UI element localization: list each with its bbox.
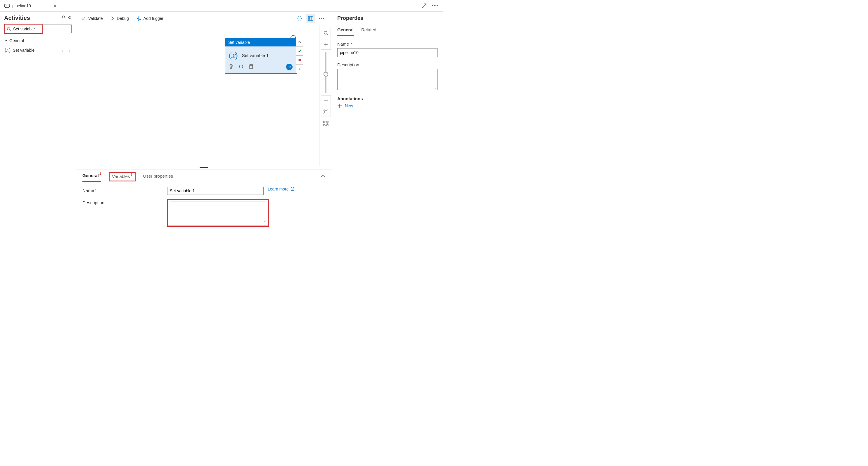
collapse-panel-icon[interactable] — [67, 15, 71, 21]
description-highlight-box — [167, 199, 269, 227]
properties-toggle-button[interactable] — [306, 14, 315, 23]
props-tab-general[interactable]: General — [337, 26, 353, 36]
chevron-down-icon — [4, 39, 8, 42]
expand-icon[interactable] — [420, 2, 428, 10]
validate-label: Validate — [88, 16, 103, 21]
svg-rect-5 — [325, 111, 327, 113]
add-trigger-button[interactable]: Add trigger — [136, 16, 163, 21]
zoom-out-button[interactable] — [321, 95, 331, 105]
port-success[interactable]: ✔ — [296, 47, 303, 56]
braces-icon — [297, 16, 302, 21]
properties-icon — [308, 16, 313, 21]
collapse-panel-icon[interactable] — [320, 174, 325, 179]
add-annotation-label: New — [345, 103, 353, 108]
activities-group-general[interactable]: General — [4, 38, 71, 43]
check-icon — [81, 16, 86, 21]
svg-rect-8 — [323, 124, 325, 126]
svg-rect-7 — [327, 121, 328, 123]
validate-button[interactable]: Validate — [81, 16, 103, 21]
activities-title: Activities — [4, 14, 30, 21]
more-icon[interactable]: ••• — [431, 2, 439, 10]
delete-icon[interactable] — [229, 64, 234, 70]
activity-name-input[interactable] — [167, 187, 264, 195]
dirty-indicator-icon — [54, 5, 56, 7]
learn-more-link[interactable]: Learn more — [268, 187, 294, 191]
activity-item-set-variable[interactable]: (𝑥) Set variable ⋮⋮⋮ — [4, 46, 71, 54]
highlight-circle-icon — [290, 35, 296, 40]
center-workspace: Validate Debug Add trigger ••• — [76, 12, 332, 236]
learn-more-label: Learn more — [268, 187, 289, 191]
copy-icon[interactable] — [249, 64, 253, 70]
activity-node-name: Set variable 1 — [242, 53, 269, 58]
panel-resize-handle[interactable] — [76, 166, 332, 169]
svg-rect-6 — [323, 121, 325, 123]
debug-button[interactable]: Debug — [111, 16, 129, 21]
variable-icon: (𝑥) — [5, 47, 10, 53]
annotations-label: Annotations — [337, 96, 437, 101]
activity-node-type: Set variable — [225, 38, 296, 46]
port-skip[interactable]: ↷ — [296, 38, 303, 47]
drag-handle-icon[interactable]: ⋮⋮⋮ — [61, 48, 71, 53]
arrow-right-icon[interactable] — [286, 64, 292, 70]
port-failure[interactable]: ✖ — [296, 56, 303, 64]
search-icon — [7, 27, 11, 31]
tab-user-properties-label: User properties — [143, 174, 173, 179]
zoom-slider-thumb[interactable] — [323, 72, 328, 76]
svg-rect-9 — [327, 124, 328, 126]
editor-tab-title: pipeline10 — [12, 3, 31, 8]
properties-title: Properties — [337, 15, 437, 21]
tab-variables-badge: 1 — [130, 173, 132, 176]
activity-settings-panel: General1 Variables1 User properties Name… — [76, 169, 332, 236]
properties-panel: Properties General Related Name * Descri… — [332, 12, 443, 236]
debug-label: Debug — [117, 16, 129, 21]
editor-tab-pipeline[interactable]: pipeline10 — [0, 0, 60, 12]
activity-description-label: Description — [83, 199, 167, 205]
zoom-fit-button[interactable] — [321, 107, 331, 117]
toolbar-more-button[interactable]: ••• — [317, 14, 327, 23]
editor-tabbar: pipeline10 ••• — [0, 0, 443, 12]
tab-variables-label: Variables — [112, 174, 130, 179]
code-icon[interactable] — [239, 64, 243, 70]
port-completion[interactable]: ✔ — [296, 64, 303, 73]
activities-search-input[interactable] — [12, 26, 40, 32]
canvas-search-button[interactable] — [321, 28, 331, 38]
tab-general-label: General — [83, 173, 99, 178]
play-icon — [111, 16, 115, 21]
autolayout-button[interactable] — [321, 119, 331, 129]
activity-node-set-variable[interactable]: Set variable (𝑥) Set variable 1 — [225, 38, 296, 73]
activities-group-label: General — [9, 38, 24, 43]
activity-description-input[interactable] — [170, 201, 266, 223]
external-link-icon — [290, 187, 294, 191]
trigger-icon — [136, 16, 141, 21]
search-highlight-box — [4, 24, 43, 34]
pipeline-canvas[interactable]: Set variable (𝑥) Set variable 1 — [76, 25, 319, 166]
svg-rect-3 — [250, 65, 252, 69]
pipeline-icon — [4, 3, 10, 8]
add-trigger-label: Add trigger — [144, 16, 163, 21]
activities-panel: Activities .activities .search-outer — [0, 12, 76, 236]
pipeline-name-label: Name * — [337, 41, 437, 46]
tab-user-properties[interactable]: User properties — [143, 172, 173, 181]
pipeline-name-input[interactable] — [337, 48, 437, 57]
tab-general-badge: 1 — [99, 172, 101, 175]
tab-variables[interactable]: Variables1 — [109, 172, 135, 181]
zoom-in-button[interactable] — [321, 40, 331, 50]
activity-item-label: Set variable — [13, 48, 34, 53]
plus-icon — [337, 103, 342, 108]
props-tab-related[interactable]: Related — [361, 26, 376, 36]
add-annotation-button[interactable]: New — [337, 103, 437, 108]
tab-general[interactable]: General1 — [83, 171, 101, 182]
pipeline-toolbar: Validate Debug Add trigger ••• — [76, 12, 332, 25]
svg-point-4 — [324, 31, 327, 34]
code-view-button[interactable] — [295, 14, 304, 23]
svg-point-1 — [7, 28, 10, 30]
variable-icon: (𝑥) — [229, 51, 238, 60]
activity-node-ports: ↷ ✔ ✖ ✔ — [296, 38, 303, 73]
pipeline-description-label: Description — [337, 62, 437, 67]
collapse-all-icon[interactable] — [61, 15, 66, 21]
pipeline-description-input[interactable] — [337, 69, 437, 90]
zoom-slider[interactable] — [325, 52, 327, 93]
svg-point-0 — [4, 4, 6, 8]
activity-name-label: Name* — [83, 187, 167, 193]
zoom-controls — [319, 25, 332, 166]
